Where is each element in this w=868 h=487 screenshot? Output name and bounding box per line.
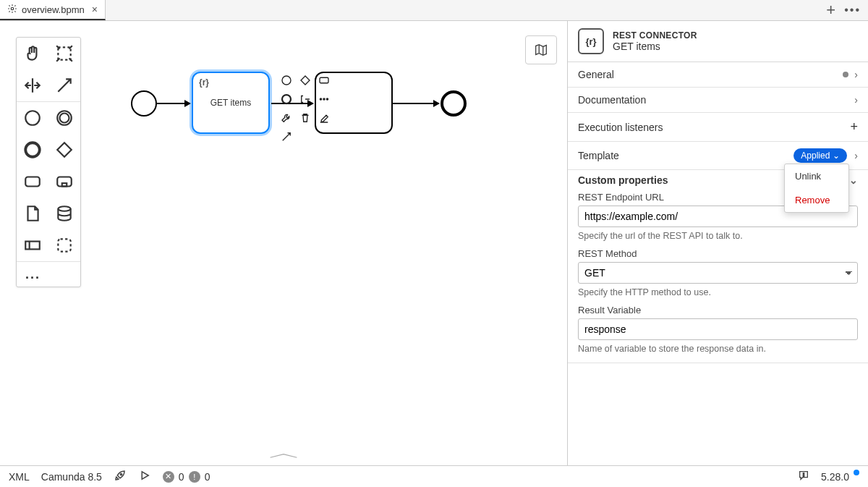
color-icon[interactable] (315, 109, 333, 127)
svg-point-5 (25, 143, 40, 157)
task-node-get-items[interactable]: {r} GET items (192, 72, 270, 134)
append-task-icon[interactable] (315, 72, 333, 89)
url-hint: Specify the url of the REST API to talk … (578, 231, 858, 241)
add-icon[interactable]: + (850, 119, 858, 135)
annotation-icon[interactable] (297, 90, 314, 108)
intermediate-event-tool[interactable] (48, 102, 80, 134)
problems-group[interactable]: ✕ 0 ! 0 (163, 471, 210, 483)
end-event-tool[interactable] (17, 134, 48, 166)
svg-point-18 (120, 473, 122, 475)
section-template[interactable]: Template Applied ⌄ › Unlink Remove (568, 142, 868, 170)
close-icon[interactable]: × (92, 4, 98, 15)
xml-toggle[interactable]: XML (9, 471, 30, 483)
group-tool[interactable] (48, 229, 80, 261)
engine-selector[interactable]: Camunda 8.5 (41, 471, 102, 483)
custom-properties-title: Custom properties (578, 174, 668, 186)
svg-rect-13 (320, 77, 328, 83)
tool-palette: ... (16, 37, 81, 287)
feedback-icon[interactable] (798, 470, 809, 483)
svg-point-0 (11, 7, 14, 10)
minimap-toggle[interactable] (525, 35, 557, 64)
element-type-label: REST CONNECTOR (613, 30, 697, 41)
delete-icon[interactable] (297, 109, 314, 127)
connect-tool[interactable] (48, 69, 80, 101)
indicator-dot (843, 72, 848, 77)
svg-point-9 (58, 206, 70, 211)
element-name: GET items (613, 41, 697, 52)
pool-tool[interactable] (17, 229, 48, 261)
tab-label: overview.bpmn (22, 4, 85, 15)
svg-rect-6 (25, 177, 40, 187)
resultvar-hint: Name of variable to store the response d… (578, 344, 858, 354)
append-event-icon[interactable] (278, 72, 295, 89)
version-label[interactable]: 5.28.0 (821, 471, 859, 483)
context-pad (278, 72, 333, 145)
gear-icon (7, 4, 17, 16)
end-event-node[interactable] (441, 90, 467, 117)
properties-panel: {r} REST CONNECTOR GET items General › D… (567, 21, 868, 465)
append-gateway-icon[interactable] (297, 72, 314, 89)
start-event-tool[interactable] (17, 102, 48, 134)
template-applied-pill[interactable]: Applied ⌄ (793, 148, 847, 163)
svg-point-15 (320, 98, 321, 100)
rest-icon: {r} (199, 77, 209, 88)
wrench-icon[interactable] (278, 109, 295, 127)
task-label: GET items (210, 98, 251, 108)
method-hint: Specify the HTTP method to use. (578, 287, 858, 297)
sequence-flow[interactable] (393, 103, 439, 104)
start-event-node[interactable] (131, 90, 157, 117)
menu-unlink[interactable]: Unlink (785, 164, 848, 188)
svg-point-4 (60, 114, 69, 123)
subprocess-tool[interactable] (48, 166, 80, 198)
palette-more[interactable]: ... (17, 262, 80, 287)
error-icon: ✕ (163, 471, 174, 483)
method-select[interactable]: GET (578, 262, 858, 284)
update-dot-icon (854, 470, 859, 475)
section-execution-listeners[interactable]: Execution listeners + (568, 113, 868, 142)
svg-rect-8 (62, 183, 67, 186)
svg-rect-7 (57, 177, 72, 187)
svg-rect-20 (803, 476, 804, 477)
svg-rect-11 (58, 239, 70, 251)
chevron-right-icon: › (854, 94, 858, 106)
svg-rect-1 (58, 47, 70, 59)
menu-remove[interactable]: Remove (785, 188, 848, 212)
svg-point-16 (323, 98, 325, 100)
lasso-tool[interactable] (48, 38, 80, 69)
data-object-tool[interactable] (17, 198, 48, 229)
resultvar-label: Result Variable (578, 305, 858, 316)
append-end-event-icon[interactable] (278, 90, 295, 108)
tab-bar: overview.bpmn × + ••• (0, 0, 868, 21)
warning-icon: ! (189, 471, 200, 483)
section-documentation[interactable]: Documentation › (568, 88, 868, 113)
sequence-flow[interactable] (157, 103, 190, 104)
chevron-right-icon: › (854, 150, 858, 161)
method-label: REST Method (578, 248, 858, 259)
space-tool[interactable] (17, 69, 48, 101)
svg-point-12 (282, 76, 291, 85)
more-menu-icon[interactable]: ••• (844, 4, 861, 17)
tab-overview[interactable]: overview.bpmn × (0, 0, 106, 20)
deploy-icon[interactable] (114, 469, 127, 484)
svg-rect-10 (25, 242, 40, 250)
svg-point-14 (282, 95, 291, 103)
connect-icon[interactable] (278, 128, 295, 145)
resultvar-input[interactable] (578, 318, 858, 340)
run-icon[interactable] (138, 469, 151, 484)
svg-point-2 (25, 111, 40, 125)
hand-tool[interactable] (17, 38, 48, 69)
gateway-tool[interactable] (48, 134, 80, 166)
change-type-icon[interactable] (315, 90, 333, 108)
panel-resize-handle[interactable] (267, 449, 300, 462)
diagram-canvas[interactable]: ... {r} GET items (0, 21, 567, 465)
new-tab-button[interactable]: + (826, 1, 835, 20)
svg-rect-19 (803, 473, 804, 475)
chevron-down-icon[interactable]: ⌄ (849, 174, 858, 186)
template-dropdown-menu: Unlink Remove (784, 164, 849, 213)
task-tool[interactable] (17, 166, 48, 198)
element-type-badge: {r} (578, 28, 604, 54)
svg-point-17 (326, 98, 328, 100)
data-store-tool[interactable] (48, 198, 80, 229)
section-general[interactable]: General › (568, 62, 868, 88)
chevron-right-icon: › (854, 69, 858, 80)
